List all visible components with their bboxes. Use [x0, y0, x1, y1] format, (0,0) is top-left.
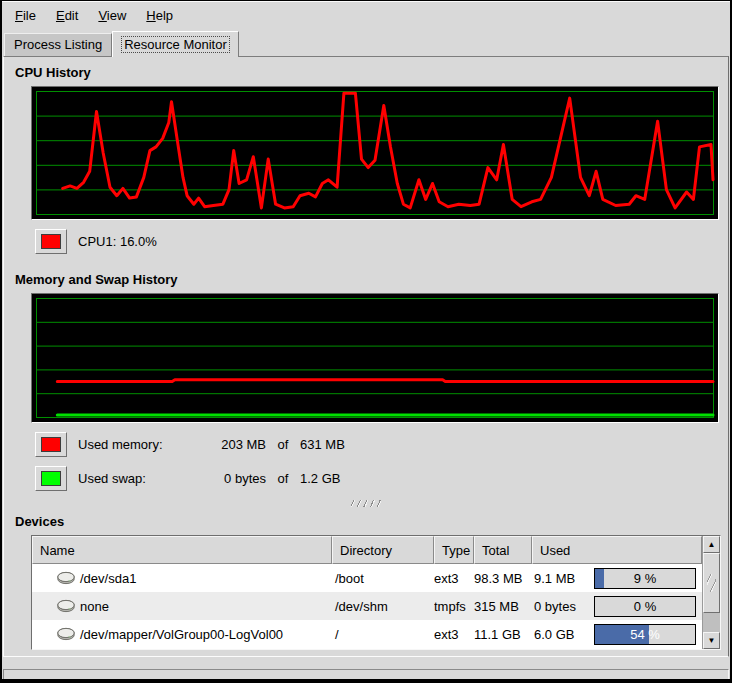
- cpu1-color-swatch-button[interactable]: [35, 229, 67, 254]
- device-directory: /dev/shm: [332, 599, 434, 614]
- devices-table-header: Name Directory Type Total Used: [32, 536, 702, 564]
- device-type: ext3: [434, 627, 474, 642]
- used-memory-label: Used memory:: [78, 437, 204, 452]
- cpu-history-heading: CPU History: [15, 65, 728, 80]
- paned-splitter[interactable]: [4, 499, 728, 508]
- cpu-history-chart: [32, 87, 718, 219]
- device-used: 6.0 GB: [532, 627, 574, 642]
- tab-resource-monitor-label: Resource Monitor: [121, 36, 230, 53]
- used-swap-label: Used swap:: [78, 471, 204, 486]
- devices-table: Name Directory Type Total Used /dev/sda1…: [32, 536, 702, 649]
- disk-drive-icon: [56, 571, 76, 585]
- tab-bar: Process Listing Resource Monitor: [2, 28, 730, 56]
- paned-grip-icon: [351, 500, 381, 507]
- device-type: tmpfs: [434, 599, 474, 614]
- scrollbar-up-button[interactable]: ▲: [703, 536, 720, 553]
- used-memory-color-swatch-button[interactable]: [35, 432, 67, 457]
- tab-process-listing-label: Process Listing: [14, 37, 102, 52]
- column-header-name[interactable]: Name: [32, 536, 332, 564]
- used-memory-total: 631 MB: [300, 437, 345, 452]
- scrollbar-grip-icon: [707, 574, 716, 592]
- device-table-row[interactable]: /dev/mapper/VolGroup00-LogVol00 / ext3 1…: [32, 620, 702, 648]
- cpu-history-graph-frame: [31, 86, 719, 220]
- column-header-used[interactable]: Used: [532, 536, 702, 564]
- resource-monitor-panel: CPU History CPU1: 16.0% Memory and Swap …: [3, 56, 729, 657]
- device-directory: /boot: [332, 571, 434, 586]
- status-bar: [3, 669, 729, 683]
- memory-swap-heading: Memory and Swap History: [15, 272, 728, 287]
- device-name: /dev/sda1: [80, 571, 136, 586]
- scroll-down-icon: ▼: [708, 636, 716, 645]
- disk-drive-icon: [56, 627, 76, 641]
- device-used-percent: 54 %: [595, 625, 695, 644]
- device-name: none: [80, 599, 109, 614]
- device-total: 11.1 GB: [474, 627, 532, 642]
- used-swap-color-swatch: [41, 471, 61, 486]
- device-used-percent: 0 %: [595, 597, 695, 616]
- used-swap-value: 0 bytes: [204, 471, 266, 486]
- cpu1-color-swatch: [41, 234, 61, 249]
- scrollbar-thumb[interactable]: [703, 553, 720, 613]
- used-memory-legend-row: Used memory: 203 MB of 631 MB: [35, 431, 728, 457]
- used-memory-value: 203 MB: [204, 437, 266, 452]
- device-directory: /: [332, 627, 434, 642]
- device-name: /dev/mapper/VolGroup00-LogVol00: [80, 627, 283, 642]
- menu-help[interactable]: Help: [136, 4, 183, 27]
- tab-process-listing[interactable]: Process Listing: [4, 33, 112, 56]
- cpu-legend-row: CPU1: 16.0%: [35, 228, 728, 254]
- column-header-directory[interactable]: Directory: [332, 536, 434, 564]
- used-swap-of: of: [266, 471, 300, 486]
- devices-table-frame: Name Directory Type Total Used /dev/sda1…: [31, 535, 721, 650]
- column-header-total[interactable]: Total: [474, 536, 532, 564]
- device-table-row[interactable]: /dev/sda1 /boot ext3 98.3 MB 9.1 MB 9 %: [32, 564, 702, 592]
- devices-table-body: /dev/sda1 /boot ext3 98.3 MB 9.1 MB 9 % …: [32, 564, 702, 649]
- device-total: 98.3 MB: [474, 571, 532, 586]
- cpu1-usage-label: CPU1: 16.0%: [78, 234, 157, 249]
- used-swap-legend-row: Used swap: 0 bytes of 1.2 GB: [35, 465, 728, 491]
- memory-swap-chart: [32, 294, 718, 422]
- scrollbar-trough[interactable]: [703, 613, 720, 632]
- tab-resource-monitor[interactable]: Resource Monitor: [112, 31, 239, 57]
- device-used-progressbar: 9 %: [594, 568, 696, 589]
- device-table-row[interactable]: none /dev/shm tmpfs 315 MB 0 bytes 0 %: [32, 592, 702, 620]
- disk-drive-icon: [56, 599, 76, 613]
- used-swap-color-swatch-button[interactable]: [35, 466, 67, 491]
- devices-heading: Devices: [15, 514, 728, 529]
- memory-swap-graph-frame: [31, 293, 719, 423]
- scrollbar-down-button[interactable]: ▼: [703, 632, 720, 649]
- menu-bar: File Edit View Help: [2, 1, 730, 28]
- menu-edit[interactable]: Edit: [46, 4, 88, 27]
- used-swap-total: 1.2 GB: [300, 471, 340, 486]
- menu-view[interactable]: View: [88, 4, 136, 27]
- system-monitor-window: { "menu": { "items": [ { "label": "File"…: [0, 0, 732, 683]
- device-used-progressbar: 54 %: [594, 624, 696, 645]
- scroll-up-icon: ▲: [708, 540, 716, 549]
- used-memory-color-swatch: [41, 437, 61, 452]
- used-memory-of: of: [266, 437, 300, 452]
- device-type: ext3: [434, 571, 474, 586]
- device-used-percent: 9 %: [595, 569, 695, 588]
- device-used-progressbar: 0 %: [594, 596, 696, 617]
- device-used: 0 bytes: [532, 599, 576, 614]
- devices-vertical-scrollbar: ▲ ▼: [702, 536, 720, 649]
- device-used: 9.1 MB: [532, 571, 575, 586]
- menu-file[interactable]: File: [5, 4, 46, 27]
- device-total: 315 MB: [474, 599, 532, 614]
- column-header-type[interactable]: Type: [434, 536, 474, 564]
